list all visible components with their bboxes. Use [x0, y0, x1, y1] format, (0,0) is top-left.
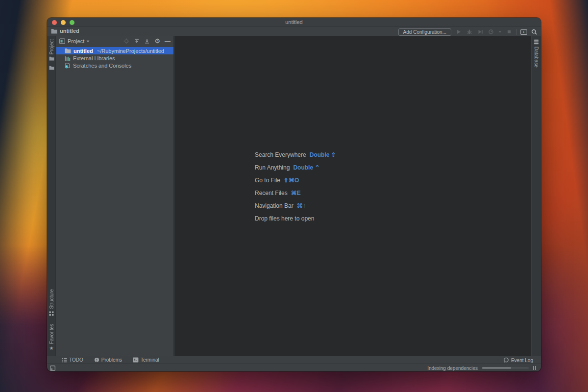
locate-file-icon[interactable] — [123, 38, 129, 44]
run-icon[interactable] — [455, 28, 462, 35]
toolwindow-tab-label: TODO — [69, 357, 83, 363]
library-icon — [65, 55, 71, 61]
gear-icon[interactable]: ⚙ — [154, 38, 160, 44]
problems-icon — [94, 357, 99, 363]
indexing-label: Indexing dependencies — [427, 366, 478, 371]
search-everywhere-icon[interactable] — [531, 28, 538, 35]
star-icon: ★ — [49, 346, 54, 351]
project-panel-title[interactable]: Project — [68, 38, 84, 44]
project-view-icon — [59, 38, 65, 44]
event-log-icon — [503, 357, 509, 363]
profiler-icon[interactable] — [487, 28, 494, 35]
shortcut-label: Run Anything — [255, 164, 290, 171]
toolwindow-tab-terminal[interactable]: Terminal — [133, 357, 159, 363]
database-icon — [534, 39, 539, 45]
favorites-tab-label: Favorites — [49, 324, 54, 344]
run-with-coverage-icon[interactable] — [476, 28, 484, 35]
toolwindow-tab-label: Problems — [101, 357, 122, 363]
main-area: Project Structure — [47, 36, 541, 356]
pause-indexing-button[interactable] — [533, 366, 536, 370]
stop-icon[interactable] — [505, 28, 513, 35]
main-toolbar: untitled Add Configuration... — [47, 27, 541, 36]
indexing-status: Indexing dependencies — [427, 364, 536, 371]
left-toolwindow-bar: Project Structure — [47, 36, 56, 356]
add-configuration-button[interactable]: Add Configuration... — [398, 28, 451, 36]
minimize-button[interactable] — [61, 20, 66, 25]
toolwindow-tab-event-log[interactable]: Event Log — [503, 356, 533, 364]
right-toolwindow-bar: Database — [532, 36, 541, 356]
indexing-progress-bar — [482, 368, 529, 368]
project-panel-header: Project — [56, 36, 173, 46]
breadcrumb-project-name: untitled — [60, 28, 79, 34]
tree-item-path: ~/RubymineProjects/untitled — [97, 48, 164, 54]
shortcut-keys: ⇧⌘O — [284, 177, 299, 184]
shortcut-hints: Search EverywhereDouble ⇧ Run AnythingDo… — [255, 148, 336, 225]
shortcut-row: Recent Files⌘E — [255, 187, 336, 199]
shortcut-row: Go to File⇧⌘O — [255, 174, 336, 187]
titlebar: untitled — [47, 18, 541, 27]
toolwindow-tab-label: Event Log — [511, 358, 533, 363]
shortcut-keys: Double ⇧ — [310, 151, 336, 158]
toolwindow-tab-problems[interactable]: Problems — [94, 357, 122, 363]
shortcut-keys: Double ⌃ — [293, 164, 319, 171]
ide-window-icon[interactable] — [520, 28, 527, 35]
indexing-progress-fill — [482, 368, 511, 368]
hide-panel-icon[interactable]: — — [165, 38, 171, 44]
traffic-lights — [52, 20, 74, 25]
toolwindow-tab-label: Terminal — [141, 357, 159, 363]
toolbar-actions: Add Configuration... — [398, 27, 538, 36]
close-button[interactable] — [52, 20, 57, 25]
editor-area: Search EverywhereDouble ⇧ Run AnythingDo… — [174, 36, 531, 356]
structure-tab-label: Structure — [49, 289, 54, 309]
window-title: untitled — [47, 18, 541, 27]
project-tree: untitled ~/RubymineProjects/untitled Ext… — [56, 47, 173, 69]
scratches-icon — [65, 63, 71, 69]
zoom-button[interactable] — [70, 20, 74, 25]
drop-files-hint: Drop files here to open — [255, 212, 336, 225]
profiler-dropdown-icon[interactable] — [498, 28, 502, 35]
rubymine-window: untitled untitled Add Configuration... — [47, 18, 541, 371]
shortcut-label: Search Everywhere — [255, 151, 306, 158]
sidebar-tab-favorites[interactable]: Favorites ★ — [49, 324, 54, 351]
tree-item-name: External Libraries — [73, 55, 115, 61]
project-folder-icon — [49, 56, 54, 61]
toolwindow-toggle-icon[interactable] — [50, 366, 55, 371]
shortcut-row: Search EverywhereDouble ⇧ — [255, 148, 336, 161]
sidebar-tab-database[interactable]: Database — [534, 39, 539, 68]
toolwindow-tab-todo[interactable]: TODO — [62, 357, 83, 363]
folder-icon — [65, 48, 71, 53]
tree-item-name: Scratches and Consoles — [73, 63, 131, 69]
folder-icon — [49, 66, 54, 70]
sidebar-tab-structure[interactable]: Structure — [49, 289, 54, 316]
structure-icon — [49, 311, 54, 316]
debug-icon[interactable] — [466, 28, 473, 35]
terminal-icon — [133, 357, 139, 363]
shortcut-keys: ⌘↑ — [297, 202, 306, 209]
tree-row-external-libraries[interactable]: External Libraries — [56, 54, 173, 62]
bottom-toolwindow-bar: TODO Problems Terminal — [47, 356, 541, 364]
database-tab-label: Database — [534, 47, 539, 68]
todo-list-icon — [62, 358, 67, 363]
project-toolwindow: Project — [56, 36, 174, 356]
breadcrumb[interactable]: untitled — [51, 28, 79, 34]
shortcut-label: Navigation Bar — [255, 202, 294, 209]
project-panel-actions: ⚙ — — [123, 38, 171, 44]
toolbar-separator — [516, 29, 516, 35]
shortcut-keys: ⌘E — [291, 190, 301, 196]
sidebar-tab-project[interactable]: Project — [49, 39, 54, 61]
collapse-all-icon[interactable] — [144, 38, 150, 44]
shortcut-label: Recent Files — [255, 190, 288, 196]
chevron-down-icon[interactable] — [86, 40, 90, 43]
shortcut-label: Go to File — [255, 177, 280, 184]
folder-icon — [51, 28, 57, 34]
tree-row-scratches[interactable]: Scratches and Consoles — [56, 62, 173, 69]
tree-row-untitled[interactable]: untitled ~/RubymineProjects/untitled — [56, 47, 173, 54]
tree-item-name: untitled — [74, 48, 93, 54]
status-bar: Indexing dependencies — [47, 364, 541, 371]
shortcut-row: Run AnythingDouble ⌃ — [255, 161, 336, 174]
expand-all-icon[interactable] — [134, 38, 140, 44]
project-tab-label: Project — [49, 39, 54, 54]
shortcut-row: Navigation Bar⌘↑ — [255, 199, 336, 212]
